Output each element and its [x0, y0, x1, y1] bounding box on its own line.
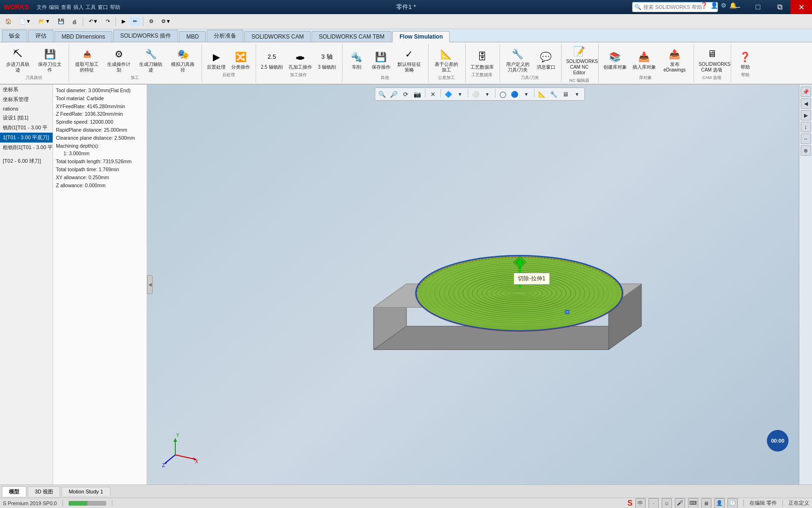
tree-item-rough1[interactable]: 粗铣削1[T01 - 3.00 平: [0, 143, 53, 152]
ime-emoji[interactable]: ☺: [662, 498, 672, 508]
tree-item-mill1-selected[interactable]: 1[T01 - 3.00 平底刀]: [0, 133, 53, 143]
tab-mbd-dimensions[interactable]: MBD Dimensions: [55, 31, 112, 42]
restore-button[interactable]: □: [747, 0, 769, 14]
ribbon-item-gen-toolpath[interactable]: 🔧 生成刀轴轨迹: [136, 46, 166, 74]
ribbon-item-save-ops[interactable]: 💾 保存操作: [370, 48, 392, 71]
close-button[interactable]: ✕: [790, 0, 812, 14]
ribbon-item-insert-lib[interactable]: 📥 插入库对象: [631, 48, 658, 71]
tab-analysis-prep[interactable]: 分析准备: [207, 30, 243, 42]
vp-display2-dropdown[interactable]: ▼: [572, 89, 582, 99]
selection-button[interactable]: ▶: [118, 17, 129, 26]
vp-rotate-btn[interactable]: ⟳: [400, 89, 411, 99]
save-button[interactable]: 💾: [55, 17, 68, 26]
vp-shading2-btn[interactable]: ▼: [482, 89, 492, 99]
ribbon-item-cam-options[interactable]: 🖥 SOLIDWORKS CAM 选项: [697, 46, 727, 74]
menu-insert[interactable]: 插入: [73, 4, 84, 11]
ribbon-item-save-toolpath[interactable]: 💾 保存刀位文件: [35, 46, 65, 74]
user-icon[interactable]: 👤: [710, 2, 718, 9]
tab-motion-study[interactable]: Motion Study 1: [62, 487, 110, 496]
ime-display[interactable]: 🖥: [701, 498, 711, 508]
rsp-btn-1[interactable]: 📌: [801, 87, 811, 97]
vp-section-btn[interactable]: ◯: [498, 89, 508, 99]
vp-view-btn[interactable]: 🔧: [548, 89, 559, 99]
rsp-btn-6[interactable]: ⊕: [801, 145, 811, 156]
vp-select-btn[interactable]: ✕: [428, 89, 438, 99]
ribbon-item-create-lib[interactable]: 📚 创建库对象: [601, 48, 629, 71]
tab-sw-plugins[interactable]: SOLIDWORKS 插件: [113, 30, 179, 42]
rsp-btn-3[interactable]: ▶: [801, 110, 811, 120]
rsp-btn-2[interactable]: ◀: [801, 98, 811, 109]
open-button[interactable]: 📂▼: [35, 17, 54, 26]
maximize-button[interactable]: ⧉: [769, 0, 790, 14]
ime-chinese[interactable]: 中: [635, 498, 646, 508]
tree-item-t02[interactable]: [T02 - 6.00 球刀]: [0, 156, 53, 166]
redo-button[interactable]: ↷: [102, 17, 113, 26]
tab-3dview[interactable]: 3D 视图: [28, 486, 60, 497]
vp-shading-btn[interactable]: ⚪: [470, 89, 481, 99]
ime-keyboard[interactable]: ⌨: [688, 498, 698, 508]
ribbon-item-gen-ops[interactable]: ⚙ 生成操作计划: [104, 46, 134, 74]
ribbon-item-nc-editor[interactable]: 📝 SOLIDWORKS CAM NC Editor: [564, 43, 594, 77]
menu-window[interactable]: 窗口: [98, 4, 108, 11]
panel-collapse-button[interactable]: ◀: [147, 275, 153, 294]
menu-tools[interactable]: 工具: [86, 4, 96, 11]
search-input[interactable]: [643, 4, 709, 10]
ribbon-item-3axis[interactable]: 3 轴 3 轴铣削: [316, 48, 338, 71]
vp-display2-btn[interactable]: 🖥: [560, 89, 570, 99]
ribbon-item-user-tool[interactable]: 🔧 用户定义的刀具/刀夹: [503, 46, 533, 74]
home-button[interactable]: 🏠: [2, 17, 15, 26]
minimize-button[interactable]: —: [726, 0, 747, 14]
ribbon-item-techdb[interactable]: 🗄 工艺数据库: [468, 48, 496, 71]
menu-file[interactable]: 文件: [37, 4, 47, 11]
ribbon-item-sort[interactable]: 🔀 分类操作: [229, 48, 252, 71]
ribbon-item-default-feature[interactable]: ✓ 默认特征征策略: [394, 46, 424, 74]
help-icon[interactable]: ❓: [700, 2, 708, 9]
menu-help[interactable]: 帮助: [110, 4, 120, 11]
settings-button[interactable]: ⚙▼: [158, 17, 174, 26]
viewport[interactable]: 🔍 🔎 ⟳ 📷 ✕ 🔷 ▼ ⚪ ▼ ◯ 🔵 ▼ 📐 🔧 🖥 ▼: [147, 85, 812, 484]
menu-view[interactable]: 查看: [61, 4, 71, 11]
tab-mbd[interactable]: MBD: [179, 31, 206, 42]
options-button[interactable]: ⚙: [146, 17, 157, 26]
tab-flow-simulation[interactable]: Flow Simulation: [392, 31, 450, 42]
ime-clock[interactable]: 🕐: [727, 498, 738, 508]
tree-item-coord-manage[interactable]: 坐标系管理: [0, 95, 53, 104]
vp-appearance-btn[interactable]: 📐: [537, 89, 547, 99]
undo-button[interactable]: ↶▼: [86, 17, 102, 26]
tab-model[interactable]: 模型: [2, 486, 26, 497]
ribbon-item-25axis[interactable]: 2.5 2.5 轴铣削: [259, 48, 285, 71]
tab-sw-cam[interactable]: SOLIDWORKS CAM: [244, 31, 311, 42]
vp-hide-btn[interactable]: ▼: [455, 89, 465, 99]
tree-item-setup[interactable]: 设设1 [组1]: [0, 113, 53, 123]
vp-zoom-btn[interactable]: 🔎: [389, 89, 399, 99]
rsp-btn-4[interactable]: ↕: [801, 122, 811, 132]
print-button[interactable]: 🖨: [69, 17, 80, 26]
ime-punct[interactable]: ·: [648, 498, 659, 508]
new-button[interactable]: 📄▼: [16, 17, 34, 26]
menu-edit[interactable]: 编辑: [49, 4, 59, 11]
sketch-button[interactable]: ✏: [130, 17, 141, 26]
tree-item-coordinate[interactable]: 坐标系: [0, 85, 53, 95]
ime-user[interactable]: 👤: [714, 498, 725, 508]
ribbon-item-edrawings[interactable]: 📤 发布 eDrawings: [660, 46, 690, 74]
vp-material2-btn[interactable]: ▼: [521, 89, 531, 99]
ribbon-item-extract[interactable]: 📥 提取可加工的特征: [72, 46, 102, 74]
ribbon-item-tolerance[interactable]: 📐 基于公差的加工: [431, 46, 461, 74]
ribbon-item-post[interactable]: ▶ 后置处理: [205, 48, 227, 71]
ribbon-item-turning[interactable]: 🔩 车削: [345, 48, 368, 71]
vp-camera-btn[interactable]: 📷: [412, 89, 422, 99]
ime-voice[interactable]: 🎤: [675, 498, 685, 508]
ribbon-item-message[interactable]: 💬 消息窗口: [535, 48, 557, 71]
vp-search-btn[interactable]: 🔍: [377, 89, 387, 99]
ribbon-item-step-toolpath[interactable]: ⛏ 步进刀具轨迹: [3, 46, 33, 74]
ribbon-item-simulate[interactable]: 🎭 模拟刀具路径: [168, 46, 198, 74]
tab-evaluate[interactable]: 评估: [28, 30, 54, 42]
vp-display-btn[interactable]: 🔷: [443, 89, 453, 99]
ribbon-item-help[interactable]: ❓ 帮助: [734, 48, 757, 71]
tree-item-operations[interactable]: rations: [0, 104, 53, 113]
tree-item-mill1[interactable]: 铣削1[T01 - 3.00 平: [0, 123, 53, 133]
tab-sheetmetal[interactable]: 钣金: [2, 30, 27, 42]
vp-material-btn[interactable]: 🔵: [509, 89, 520, 99]
tab-sw-cam-tbm[interactable]: SOLIDWORKS CAM TBM: [312, 31, 391, 42]
ribbon-item-hole[interactable]: 🕳 孔加工操作: [287, 48, 314, 71]
